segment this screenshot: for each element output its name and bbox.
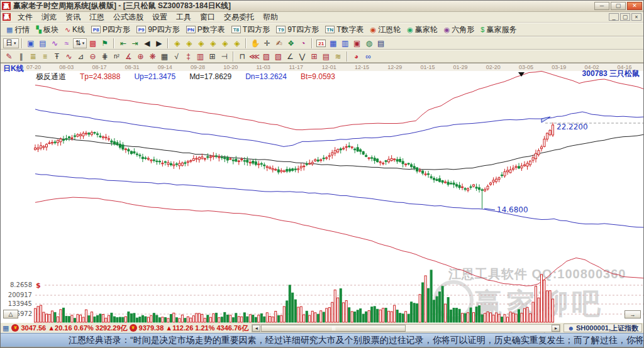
menu-item-0[interactable]: 文件 bbox=[13, 13, 37, 21]
crosshair-icon[interactable]: ✛ bbox=[261, 38, 273, 48]
horizontal-scrollbar[interactable]: ◂ ▸ bbox=[252, 324, 560, 332]
save-icon[interactable]: ▣ bbox=[351, 38, 363, 48]
check-tool-icon[interactable]: √ bbox=[170, 51, 182, 62]
pie-icon[interactable]: ◕ bbox=[350, 51, 362, 62]
measure-icon[interactable]: ⊣ bbox=[218, 51, 230, 62]
expand-volume-button[interactable]: △ bbox=[3, 310, 18, 318]
terminal-icon[interactable]: ▤ bbox=[375, 38, 387, 48]
flag-icon[interactable]: ⚑ bbox=[99, 38, 111, 48]
curve2-icon[interactable]: ≈ bbox=[61, 38, 73, 48]
data-table-icon[interactable]: ▥ bbox=[339, 38, 351, 48]
sectors-button[interactable]: ▚板块 bbox=[33, 24, 61, 36]
network-icon[interactable]: ◍ bbox=[363, 38, 375, 48]
band-box-icon[interactable]: ▤ bbox=[320, 51, 332, 62]
child-close-button[interactable]: × bbox=[631, 13, 641, 21]
box-tool-icon[interactable]: ⊓ bbox=[236, 51, 248, 62]
circle-tool-icon[interactable]: ⊖ bbox=[87, 51, 99, 62]
chart-grid-icon[interactable]: ▦ bbox=[158, 51, 170, 62]
band-tool-icon[interactable]: ▥ bbox=[194, 51, 206, 62]
golden-grid2-icon[interactable]: ≡ bbox=[39, 51, 51, 62]
diamond-left-icon[interactable]: ◈ bbox=[171, 38, 183, 48]
scroll-right-arrow[interactable]: ▸ bbox=[552, 325, 560, 332]
gann-tag-icon[interactable]: ❖ bbox=[285, 38, 297, 48]
hatch-box2-icon[interactable]: ▧ bbox=[272, 51, 284, 62]
first-page-icon[interactable]: ⇤ bbox=[117, 38, 129, 48]
diamond-right-icon[interactable]: ◈ bbox=[183, 38, 195, 48]
menu-item-9[interactable]: 帮助 bbox=[258, 13, 282, 21]
last-page-icon[interactable]: ⇥ bbox=[129, 38, 141, 48]
menu-item-2[interactable]: 资讯 bbox=[61, 13, 85, 21]
annotate-icon[interactable]: ✍ bbox=[273, 38, 285, 48]
menu-item-4[interactable]: 公式选股 bbox=[109, 13, 148, 21]
angle-measure-icon[interactable]: ∡ bbox=[123, 51, 135, 62]
p9-square-button[interactable]: P99P四方形 bbox=[133, 24, 183, 36]
wave-tool-icon[interactable]: ∿ bbox=[63, 51, 75, 62]
calculator-icon[interactable]: ▦ bbox=[327, 38, 339, 48]
triangle-tool-icon[interactable]: ⊿ bbox=[75, 51, 87, 62]
gann-wheel-button[interactable]: ◉江恩轮 bbox=[367, 24, 404, 36]
t9-square-button[interactable]: T99T四方形 bbox=[273, 24, 322, 36]
grid-plus-icon[interactable]: ⊞ bbox=[206, 51, 218, 62]
close-button[interactable]: ✕ bbox=[627, 2, 642, 10]
child-minimize-button[interactable]: _ bbox=[609, 13, 619, 21]
scrollbar-thumb[interactable] bbox=[261, 325, 406, 332]
hatch-box-icon[interactable]: ▨ bbox=[260, 51, 272, 62]
menu-item-1[interactable]: 浏览 bbox=[37, 13, 61, 21]
grid-tool-icon[interactable]: ⋕ bbox=[99, 51, 111, 62]
brush-icon[interactable]: ✎ bbox=[3, 51, 15, 62]
p-square-button[interactable]: P8P四方形 bbox=[88, 24, 133, 36]
n2-tool-icon[interactable]: n² bbox=[111, 51, 123, 62]
golden-grid-icon[interactable]: ≣ bbox=[27, 51, 39, 62]
channel-icon[interactable]: ≋ bbox=[332, 51, 344, 62]
rights-adjust-icon[interactable]: ▩ bbox=[87, 38, 99, 48]
bars-tool-icon[interactable]: ‡ bbox=[182, 51, 194, 62]
menu-item-8[interactable]: 交易委托 bbox=[219, 13, 258, 21]
scroll-left-arrow[interactable]: ◂ bbox=[252, 325, 260, 332]
kline-chart-canvas[interactable]: 8.2658$2009171339456697222.220014.6800 bbox=[1, 63, 644, 323]
menu-item-7[interactable]: 窗口 bbox=[196, 13, 219, 21]
winner-wheel-button[interactable]: ◉赢家轮 bbox=[404, 24, 441, 36]
quote-grid-icon[interactable]: ▦ bbox=[3, 324, 9, 332]
starburst-icon[interactable]: ❋ bbox=[147, 51, 158, 62]
infinity-icon[interactable]: ∞ bbox=[362, 51, 374, 62]
t-square-button[interactable]: T8T四方形 bbox=[228, 24, 273, 36]
minimize-button[interactable]: ─ bbox=[594, 2, 609, 10]
menu-item-6[interactable]: 工具 bbox=[172, 13, 196, 21]
period-selector[interactable]: 日▾ bbox=[3, 38, 19, 48]
main-toolbar: ▦行情▚板块∿K线P8P四方形P99P四方形PNP数字表T8T四方形T99T四方… bbox=[1, 23, 643, 36]
chart-area[interactable]: 日K线 07-2008-0308-1708-3109-1409-2810-201… bbox=[1, 63, 643, 322]
next-page-icon[interactable]: ▶ bbox=[153, 38, 165, 48]
maximize-button[interactable]: ▢ bbox=[611, 2, 626, 10]
menu-item-3[interactable]: 江恩 bbox=[85, 13, 109, 21]
curve-icon[interactable]: ∿ bbox=[49, 38, 61, 48]
angle-line-icon[interactable]: ∠ bbox=[284, 51, 296, 62]
menu-item-5[interactable]: 设置 bbox=[148, 13, 172, 21]
scroll-right-button[interactable]: → bbox=[625, 310, 641, 318]
p-digit-table-button[interactable]: PNP数字表 bbox=[183, 24, 228, 36]
hexagon-button[interactable]: ◉六角形 bbox=[441, 24, 478, 36]
quotes-button[interactable]: ▦行情 bbox=[3, 24, 33, 36]
chip-panel-icon[interactable]: ▣ bbox=[25, 38, 37, 48]
fan-lines-icon[interactable]: ⋘ bbox=[248, 51, 260, 62]
titlebar[interactable]: 赢 赢家老子时空周期系统[纵横版] - [三只松鼠 SZ300783-184日K… bbox=[1, 1, 643, 12]
diamond-zoomin-icon[interactable]: ◈ bbox=[219, 38, 231, 48]
grid-box-icon[interactable]: ⊞ bbox=[308, 51, 320, 62]
current-symbol-panel[interactable]: ☻ SH000001,上证指数 bbox=[564, 324, 642, 332]
pan-hand-icon[interactable]: ✋ bbox=[249, 38, 261, 48]
winner-service-button[interactable]: $赢家服务 bbox=[477, 24, 519, 36]
t-digit-table-button[interactable]: TNT数字表 bbox=[322, 24, 367, 36]
overlay-selector[interactable]: ⇅▾ bbox=[73, 38, 87, 48]
t-ruler-icon[interactable]: Ŧ bbox=[51, 51, 63, 62]
prev-page-icon[interactable]: ◀ bbox=[141, 38, 153, 48]
diamond-hexpand-icon[interactable]: ◈ bbox=[207, 38, 219, 48]
info-panel-icon[interactable]: ▤ bbox=[37, 38, 49, 48]
cycle-icon[interactable]: ◔ bbox=[297, 38, 309, 48]
child-restore-button[interactable]: ▢ bbox=[620, 13, 630, 21]
diamond-zoomout-icon[interactable]: ◈ bbox=[231, 38, 243, 48]
diamond-hshrink-icon[interactable]: ◈ bbox=[195, 38, 207, 48]
circle-cross-icon[interactable]: ⊕ bbox=[135, 51, 147, 62]
parallel-lines-icon[interactable]: ∥ bbox=[15, 51, 27, 62]
wave-v-icon[interactable]: ⋁ bbox=[296, 51, 308, 62]
calendar-icon[interactable]: 21 bbox=[315, 38, 327, 48]
kline-button[interactable]: ∿K线 bbox=[62, 24, 88, 36]
